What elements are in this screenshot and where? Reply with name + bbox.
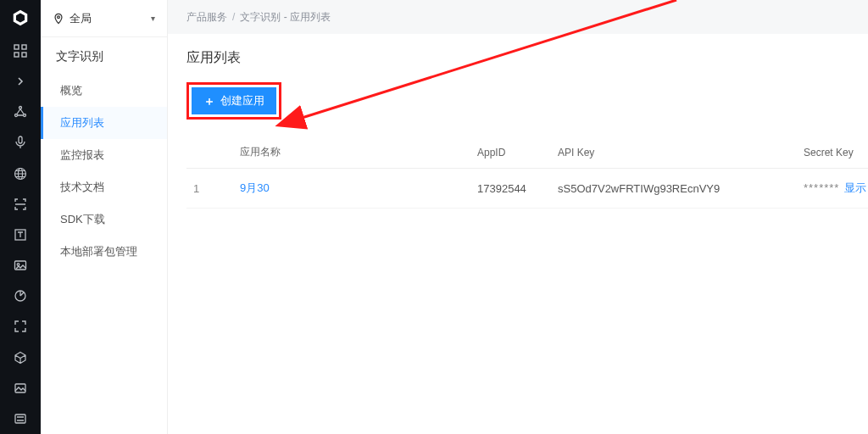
nav-docs[interactable]: 技术文档	[41, 171, 167, 203]
nav-item-label: 概览	[60, 84, 82, 97]
nav-monitor[interactable]: 监控报表	[41, 139, 167, 171]
location-pin-icon	[53, 13, 64, 25]
nav-item-label: 监控报表	[60, 148, 104, 161]
scope-label: 全局	[70, 11, 92, 26]
col-apikey: API Key	[551, 136, 797, 169]
svg-rect-15	[15, 415, 25, 423]
col-index	[186, 136, 233, 169]
cell-secret: *******显示	[797, 169, 868, 209]
crumb-root[interactable]: 产品服务	[186, 10, 227, 25]
nav-item-label: 本地部署包管理	[60, 245, 137, 258]
nav-item-label: 技术文档	[60, 181, 104, 193]
app-table: 应用名称 AppID API Key Secret Key 1 9月30 173…	[186, 136, 868, 209]
scan-icon[interactable]	[0, 189, 41, 220]
svg-point-12	[17, 264, 19, 266]
cell-name: 9月30	[233, 169, 470, 209]
app-name-link[interactable]: 9月30	[240, 181, 270, 194]
create-app-label: 创建应用	[220, 93, 264, 108]
microphone-icon[interactable]	[0, 127, 41, 158]
secret-mask: *******	[804, 181, 839, 194]
nav-sdk[interactable]: SDK下载	[41, 203, 167, 236]
create-app-highlight: ＋ 创建应用	[186, 82, 281, 120]
breadcrumb: 产品服务 / 文字识别 - 应用列表	[168, 0, 868, 34]
svg-point-6	[24, 114, 26, 117]
globe-icon[interactable]	[0, 159, 41, 189]
cell-appid: 17392544	[470, 169, 551, 209]
cell-apikey: sS5Od7V2wFRTIWg93REcnVY9	[551, 169, 797, 209]
product-logo[interactable]	[0, 0, 41, 36]
scope-selector[interactable]: 全局 ▾	[41, 0, 167, 37]
cell-index: 1	[186, 169, 233, 209]
svg-point-4	[19, 107, 22, 109]
col-secret: Secret Key	[797, 136, 868, 169]
svg-rect-0	[14, 45, 19, 49]
secret-show-link[interactable]: 显示	[844, 181, 866, 194]
chevron-down-icon: ▾	[151, 14, 155, 23]
section-title: 文字识别	[41, 37, 167, 75]
table-row: 1 9月30 17392544 sS5Od7V2wFRTIWg93REcnVY9…	[186, 169, 868, 209]
nav-item-label: 应用列表	[60, 116, 104, 129]
image-search-icon[interactable]	[0, 250, 41, 281]
icon-rail	[0, 0, 41, 434]
col-name: 应用名称	[233, 136, 470, 169]
radar-icon[interactable]	[0, 281, 41, 311]
svg-rect-3	[22, 53, 26, 57]
svg-rect-1	[22, 45, 26, 49]
svg-point-16	[58, 15, 60, 18]
network-icon[interactable]	[0, 97, 41, 127]
create-app-button[interactable]: ＋ 创建应用	[192, 87, 276, 114]
crumb-separator: /	[232, 11, 235, 23]
picture-icon[interactable]	[0, 373, 41, 403]
crumb-current: 文字识别 - 应用列表	[240, 10, 331, 25]
svg-rect-14	[15, 384, 25, 392]
cube-icon[interactable]	[0, 342, 41, 372]
plus-icon: ＋	[203, 95, 215, 107]
svg-rect-2	[14, 53, 19, 57]
col-appid: AppID	[470, 136, 551, 169]
chevron-right-icon[interactable]	[0, 66, 41, 97]
nav-overview[interactable]: 概览	[41, 75, 167, 107]
panel-title: 应用列表	[186, 49, 849, 67]
side-nav: 全局 ▾ 文字识别 概览 应用列表 监控报表 技术文档 SDK下载 本地部署包管…	[41, 0, 168, 434]
svg-rect-7	[19, 136, 22, 143]
svg-point-5	[15, 114, 18, 117]
apps-icon[interactable]	[0, 36, 41, 66]
nav-deploy[interactable]: 本地部署包管理	[41, 236, 167, 268]
nav-app-list[interactable]: 应用列表	[41, 107, 167, 139]
content-panel: 应用列表 ＋ 创建应用 应用名称 AppID API Key	[168, 34, 868, 434]
main-area: 产品服务 / 文字识别 - 应用列表 应用列表 ＋ 创建应用 应用名称	[168, 0, 868, 434]
layers-icon[interactable]	[0, 403, 41, 434]
expand-icon[interactable]	[0, 311, 41, 342]
nav-item-label: SDK下载	[60, 213, 105, 225]
text-icon[interactable]	[0, 220, 41, 250]
